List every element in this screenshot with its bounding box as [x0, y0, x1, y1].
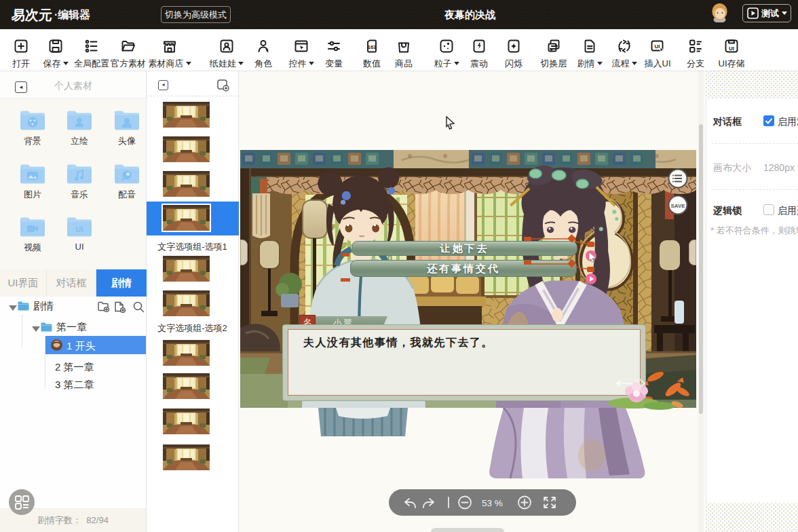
- svg-text:UI: UI: [76, 225, 83, 233]
- svg-text:UI: UI: [655, 43, 660, 50]
- svg-text:53 %: 53 %: [482, 498, 503, 508]
- svg-text:测试: 测试: [761, 8, 779, 18]
- svg-text:UI: UI: [729, 45, 734, 52]
- svg-text:SAVE: SAVE: [670, 203, 685, 209]
